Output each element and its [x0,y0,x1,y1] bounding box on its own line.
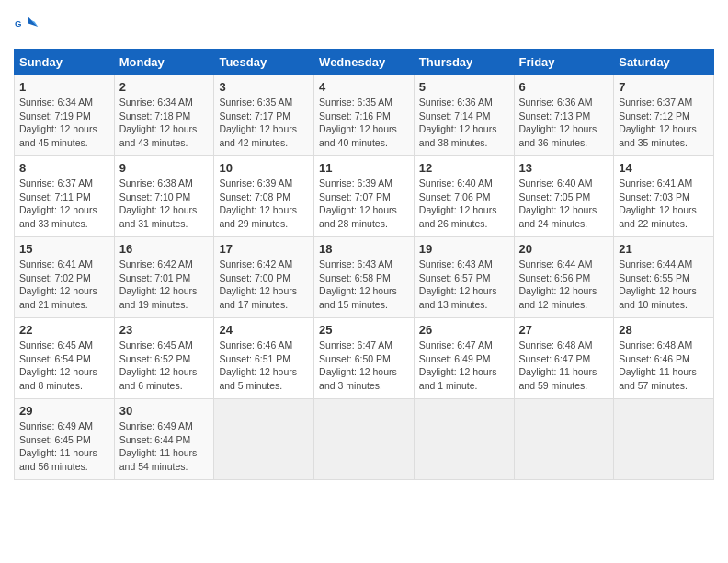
day-number: 30 [119,404,210,418]
calendar-cell [214,399,314,480]
day-number: 12 [419,161,509,175]
cell-info: Sunrise: 6:37 AMSunset: 7:12 PMDaylight:… [619,97,697,148]
day-number: 27 [519,323,609,337]
calendar-cell: 17 Sunrise: 6:42 AMSunset: 7:00 PMDaylig… [214,237,314,318]
weekday-header-tuesday: Tuesday [214,50,314,75]
day-number: 20 [519,242,609,256]
weekday-header-row: SundayMondayTuesdayWednesdayThursdayFrid… [15,50,714,75]
cell-info: Sunrise: 6:34 AMSunset: 7:18 PMDaylight:… [119,97,198,148]
calendar-cell: 7 Sunrise: 6:37 AMSunset: 7:12 PMDayligh… [614,75,714,156]
calendar-cell: 26 Sunrise: 6:47 AMSunset: 6:49 PMDaylig… [414,318,514,399]
cell-info: Sunrise: 6:43 AMSunset: 6:57 PMDaylight:… [419,259,497,310]
cell-info: Sunrise: 6:35 AMSunset: 7:17 PMDaylight:… [219,97,297,148]
weekday-header-thursday: Thursday [414,50,514,75]
cell-info: Sunrise: 6:37 AMSunset: 7:11 PMDaylight:… [19,178,97,229]
day-number: 29 [19,404,109,418]
calendar-table: SundayMondayTuesdayWednesdayThursdayFrid… [14,49,714,480]
calendar-cell: 13 Sunrise: 6:40 AMSunset: 7:05 PMDaylig… [514,156,614,237]
calendar-cell: 4 Sunrise: 6:35 AMSunset: 7:16 PMDayligh… [314,75,415,156]
calendar-cell [514,399,614,480]
calendar-cell: 15 Sunrise: 6:41 AMSunset: 7:02 PMDaylig… [15,237,115,318]
calendar-cell [414,399,514,480]
day-number: 11 [319,161,409,175]
day-number: 21 [619,242,709,256]
day-number: 4 [319,80,409,94]
day-number: 22 [19,323,109,337]
calendar-week-row: 1 Sunrise: 6:34 AMSunset: 7:19 PMDayligh… [15,75,714,156]
calendar-cell: 20 Sunrise: 6:44 AMSunset: 6:56 PMDaylig… [514,237,614,318]
cell-info: Sunrise: 6:34 AMSunset: 7:19 PMDaylight:… [19,97,97,148]
calendar-week-row: 15 Sunrise: 6:41 AMSunset: 7:02 PMDaylig… [15,237,714,318]
day-number: 14 [619,161,709,175]
calendar-cell: 12 Sunrise: 6:40 AMSunset: 7:06 PMDaylig… [414,156,514,237]
cell-info: Sunrise: 6:46 AMSunset: 6:51 PMDaylight:… [219,339,297,391]
calendar-cell: 16 Sunrise: 6:42 AMSunset: 7:01 PMDaylig… [114,237,214,318]
day-number: 25 [319,323,409,337]
day-number: 10 [219,161,309,175]
cell-info: Sunrise: 6:45 AMSunset: 6:54 PMDaylight:… [19,339,97,391]
calendar-cell: 29 Sunrise: 6:49 AMSunset: 6:45 PMDaylig… [15,399,115,480]
calendar-cell: 23 Sunrise: 6:45 AMSunset: 6:52 PMDaylig… [114,318,214,399]
day-number: 3 [219,80,309,94]
cell-info: Sunrise: 6:48 AMSunset: 6:46 PMDaylight:… [619,339,697,391]
day-number: 7 [619,80,709,94]
cell-info: Sunrise: 6:41 AMSunset: 7:02 PMDaylight:… [19,259,97,310]
calendar-cell: 21 Sunrise: 6:44 AMSunset: 6:55 PMDaylig… [614,237,714,318]
cell-info: Sunrise: 6:49 AMSunset: 6:45 PMDaylight:… [19,420,97,472]
calendar-cell: 5 Sunrise: 6:36 AMSunset: 7:14 PMDayligh… [414,75,514,156]
cell-info: Sunrise: 6:49 AMSunset: 6:44 PMDaylight:… [119,420,198,472]
day-number: 9 [119,161,210,175]
calendar-week-row: 22 Sunrise: 6:45 AMSunset: 6:54 PMDaylig… [15,318,714,399]
cell-info: Sunrise: 6:40 AMSunset: 7:06 PMDaylight:… [419,178,497,229]
cell-info: Sunrise: 6:36 AMSunset: 7:14 PMDaylight:… [419,97,497,148]
cell-info: Sunrise: 6:47 AMSunset: 6:49 PMDaylight:… [419,339,497,391]
calendar-cell: 14 Sunrise: 6:41 AMSunset: 7:03 PMDaylig… [614,156,714,237]
svg-text:G: G [15,18,21,29]
day-number: 26 [419,323,509,337]
cell-info: Sunrise: 6:44 AMSunset: 6:55 PMDaylight:… [619,259,697,310]
cell-info: Sunrise: 6:47 AMSunset: 6:50 PMDaylight:… [319,339,397,391]
cell-info: Sunrise: 6:42 AMSunset: 7:01 PMDaylight:… [119,259,198,310]
calendar-cell: 18 Sunrise: 6:43 AMSunset: 6:58 PMDaylig… [314,237,415,318]
day-number: 16 [119,242,210,256]
weekday-header-monday: Monday [114,50,214,75]
cell-info: Sunrise: 6:39 AMSunset: 7:07 PMDaylight:… [319,178,397,229]
day-number: 19 [419,242,509,256]
cell-info: Sunrise: 6:35 AMSunset: 7:16 PMDaylight:… [319,97,397,148]
cell-info: Sunrise: 6:40 AMSunset: 7:05 PMDaylight:… [519,178,597,229]
calendar-cell: 6 Sunrise: 6:36 AMSunset: 7:13 PMDayligh… [514,75,614,156]
day-number: 24 [219,323,309,337]
weekday-header-sunday: Sunday [15,50,115,75]
cell-info: Sunrise: 6:36 AMSunset: 7:13 PMDaylight:… [519,97,597,148]
calendar-cell: 30 Sunrise: 6:49 AMSunset: 6:44 PMDaylig… [114,399,214,480]
calendar-week-row: 29 Sunrise: 6:49 AMSunset: 6:45 PMDaylig… [15,399,714,480]
calendar-cell: 8 Sunrise: 6:37 AMSunset: 7:11 PMDayligh… [15,156,115,237]
calendar-cell: 1 Sunrise: 6:34 AMSunset: 7:19 PMDayligh… [15,75,115,156]
cell-info: Sunrise: 6:42 AMSunset: 7:00 PMDaylight:… [219,259,297,310]
cell-info: Sunrise: 6:48 AMSunset: 6:47 PMDaylight:… [519,339,597,391]
calendar-cell: 19 Sunrise: 6:43 AMSunset: 6:57 PMDaylig… [414,237,514,318]
day-number: 17 [219,242,309,256]
calendar-cell: 11 Sunrise: 6:39 AMSunset: 7:07 PMDaylig… [314,156,415,237]
calendar-cell: 3 Sunrise: 6:35 AMSunset: 7:17 PMDayligh… [214,75,314,156]
calendar-cell: 24 Sunrise: 6:46 AMSunset: 6:51 PMDaylig… [214,318,314,399]
day-number: 28 [619,323,709,337]
day-number: 5 [419,80,509,94]
cell-info: Sunrise: 6:45 AMSunset: 6:52 PMDaylight:… [119,339,198,391]
logo: G [14,14,43,40]
calendar-cell: 22 Sunrise: 6:45 AMSunset: 6:54 PMDaylig… [15,318,115,399]
calendar-cell: 25 Sunrise: 6:47 AMSunset: 6:50 PMDaylig… [314,318,415,399]
day-number: 18 [319,242,409,256]
calendar-cell [614,399,714,480]
cell-info: Sunrise: 6:44 AMSunset: 6:56 PMDaylight:… [519,259,597,310]
calendar-cell: 2 Sunrise: 6:34 AMSunset: 7:18 PMDayligh… [114,75,214,156]
weekday-header-saturday: Saturday [614,50,714,75]
general-blue-logo-icon: G [14,14,40,40]
calendar-cell: 28 Sunrise: 6:48 AMSunset: 6:46 PMDaylig… [614,318,714,399]
calendar-cell: 10 Sunrise: 6:39 AMSunset: 7:08 PMDaylig… [214,156,314,237]
day-number: 8 [19,161,109,175]
day-number: 1 [19,80,109,94]
day-number: 23 [119,323,210,337]
calendar-cell: 9 Sunrise: 6:38 AMSunset: 7:10 PMDayligh… [114,156,214,237]
day-number: 6 [519,80,609,94]
